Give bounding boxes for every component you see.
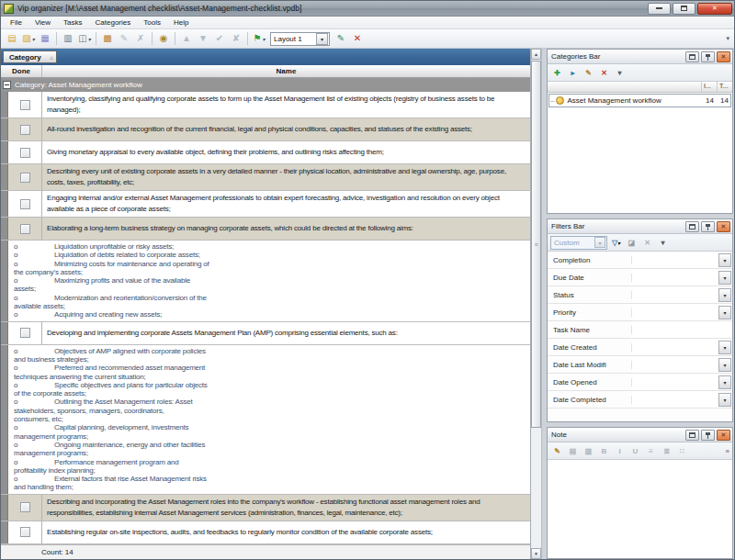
task-checkbox[interactable] xyxy=(20,100,30,110)
note-bullet: o xyxy=(14,260,54,268)
category-flag-icon: ⚑ xyxy=(254,34,262,43)
filter-value[interactable] xyxy=(632,269,718,286)
filter-dropdown-button[interactable]: ▾ xyxy=(718,393,731,407)
filter-dropdown-button[interactable]: ▾ xyxy=(718,341,731,354)
scrollbar-thumb[interactable]: ≡ xyxy=(531,61,541,428)
edit-note-button[interactable]: ✎ xyxy=(550,444,564,457)
clear-filter-button[interactable]: ◪ xyxy=(625,236,639,249)
task-checkbox[interactable] xyxy=(20,173,30,183)
filter-value[interactable] xyxy=(632,321,732,338)
edit-category-button[interactable]: ✎ xyxy=(582,66,595,79)
category-flag-button[interactable]: ⚑▾ xyxy=(251,31,267,47)
filter-value[interactable] xyxy=(632,304,718,320)
note-pin-button[interactable] xyxy=(701,430,715,441)
task-row[interactable]: Establishing regular on-site inspections… xyxy=(1,521,530,544)
menu-help[interactable]: Help xyxy=(167,17,195,28)
collapse-group-icon[interactable] xyxy=(3,81,11,89)
category-sort-button[interactable]: Category ▵ xyxy=(3,50,57,63)
layout-combobox[interactable]: Layout 1 ▾ xyxy=(270,32,330,46)
minimize-button[interactable] xyxy=(648,3,671,15)
filter-dropdown-button[interactable]: ▾ xyxy=(718,358,731,372)
task-checkbox[interactable] xyxy=(20,199,30,209)
filter-dropdown-button[interactable]: ▾ xyxy=(718,306,731,319)
filter-value[interactable] xyxy=(632,374,718,390)
new-task-button[interactable]: ▩ xyxy=(99,31,116,47)
task-row[interactable]: Describing and incorporating the Asset M… xyxy=(1,495,530,521)
menu-file[interactable]: File xyxy=(4,17,28,28)
filter-value[interactable] xyxy=(632,356,718,373)
filter-dropdown-button[interactable]: ▾ xyxy=(718,253,731,267)
task-text: Describing and incorporating the Asset M… xyxy=(47,497,526,519)
group-row[interactable]: Category: Asset Management workflow xyxy=(1,78,530,92)
filters-options-button[interactable]: ▾ xyxy=(656,236,670,249)
note-close-button[interactable]: ✕ xyxy=(717,430,730,441)
categories-close-button[interactable]: ✕ xyxy=(717,51,730,62)
new-category-button[interactable]: ✚ xyxy=(550,66,564,79)
note-toolbar-overflow-icon[interactable]: » xyxy=(726,447,729,455)
apply-filter-button[interactable]: ▽▾ xyxy=(609,236,623,249)
categories-options-button[interactable]: ▾ xyxy=(613,66,627,79)
filter-value[interactable] xyxy=(632,286,718,303)
task-row[interactable]: Engaging internal and/or external Asset … xyxy=(1,191,530,218)
task-row[interactable]: Inventorying, classifying and qualifying… xyxy=(1,92,530,118)
note-title: Note xyxy=(551,431,684,439)
task-row[interactable]: Giving monetary appraisal to every avail… xyxy=(1,141,530,164)
filter-value[interactable] xyxy=(632,391,718,408)
categories-pin-button[interactable] xyxy=(701,51,715,62)
menu-tasks[interactable]: Tasks xyxy=(57,17,88,28)
notes-row[interactable]: oObjectives of AMP aligned with corporat… xyxy=(1,345,530,495)
scroll-down-button[interactable]: ▼ xyxy=(531,548,541,559)
task-row[interactable]: Describing every unit of existing corpor… xyxy=(1,164,530,191)
filter-value[interactable] xyxy=(632,252,718,268)
notes-row[interactable]: oLiquidation unprofitable or risky asset… xyxy=(1,241,530,322)
note-content[interactable] xyxy=(548,460,732,558)
menu-tools[interactable]: Tools xyxy=(137,17,167,28)
column-header-done[interactable]: Done xyxy=(1,65,42,77)
filter-dropdown-button[interactable]: ▾ xyxy=(718,271,731,285)
layout-combobox-dropdown[interactable]: ▾ xyxy=(316,33,328,45)
view-options-button[interactable]: ◉ xyxy=(155,31,172,47)
scroll-up-button[interactable]: ▲ xyxy=(531,49,541,60)
task-row[interactable]: Elaborating a long-term business strateg… xyxy=(1,218,530,241)
delete-category-button[interactable]: ✕ xyxy=(597,66,611,79)
filter-row-date-opened: Date Opened▾ xyxy=(548,374,732,391)
task-checkbox[interactable] xyxy=(20,125,30,135)
categories-maximize-button[interactable] xyxy=(685,51,699,62)
close-button[interactable]: ✕ xyxy=(697,3,732,15)
filters-maximize-button[interactable] xyxy=(685,221,699,232)
rename-layout-button[interactable]: ✎ xyxy=(333,31,349,47)
filter-dropdown-button[interactable]: ▾ xyxy=(718,288,731,302)
filter-row-date-last-modifi: Date Last Modifi▾ xyxy=(548,356,732,374)
delete-layout-button[interactable]: ✕ xyxy=(349,31,366,47)
filter-label: Status xyxy=(548,291,632,299)
save-database-button[interactable]: ▦ xyxy=(37,31,53,47)
filter-dropdown-button[interactable]: ▾ xyxy=(718,375,731,389)
toolbar-overflow-icon[interactable]: ▾ xyxy=(726,35,731,42)
filters-close-button[interactable]: ✕ xyxy=(717,221,730,232)
print-button[interactable]: ▥ xyxy=(60,31,76,47)
note-toolbar: ✎▤▥BIU≡≣∷ » xyxy=(548,442,732,460)
print-preview-button[interactable]: ◫▾ xyxy=(76,31,93,47)
categories-empty-area xyxy=(548,108,732,213)
categories-col1-header[interactable]: I... xyxy=(701,82,717,92)
maximize-button[interactable] xyxy=(673,3,695,15)
vertical-scrollbar[interactable]: ▲ ≡ ▼ xyxy=(531,49,542,559)
filters-pin-button[interactable] xyxy=(701,221,715,232)
column-header-name[interactable]: Name xyxy=(42,65,530,77)
new-database-button[interactable]: ▤ xyxy=(4,31,20,47)
menu-view[interactable]: View xyxy=(28,17,57,28)
filter-value[interactable] xyxy=(632,339,718,355)
task-checkbox[interactable] xyxy=(20,328,30,338)
task-row[interactable]: All-round investigation and recognition … xyxy=(1,118,530,141)
task-checkbox[interactable] xyxy=(20,502,30,512)
note-maximize-button[interactable] xyxy=(685,430,699,441)
task-checkbox[interactable] xyxy=(20,224,30,234)
task-checkbox[interactable] xyxy=(20,148,30,158)
categories-col2-header[interactable]: T... xyxy=(717,82,732,92)
task-checkbox[interactable] xyxy=(20,527,30,537)
category-item[interactable]: – Asset Management workflow 14 14 xyxy=(548,94,731,107)
add-subcategory-button[interactable]: ▸ xyxy=(566,66,580,79)
menu-categories[interactable]: Categories xyxy=(89,17,138,28)
task-row[interactable]: Developing and implementing corporate As… xyxy=(1,322,530,345)
open-database-button[interactable]: ▨▾ xyxy=(20,31,37,47)
